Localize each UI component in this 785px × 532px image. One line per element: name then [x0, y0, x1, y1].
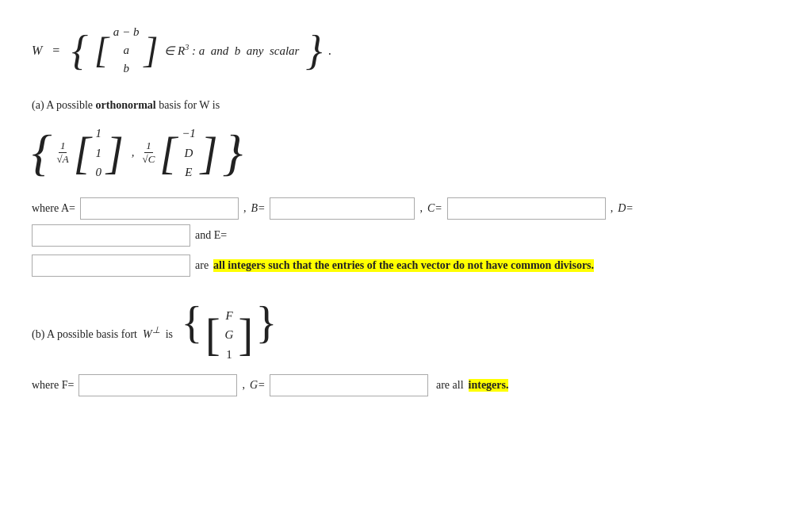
right-bracket: ] [144, 33, 158, 69]
input-f[interactable] [78, 374, 237, 396]
inputs-row-b: where F= , G= are all integers. [32, 374, 753, 396]
scalar2: 1 √C [143, 140, 155, 166]
second-vector-group: 1 √C [ −1 D E ] [143, 124, 218, 182]
comma1: , [243, 202, 247, 215]
equals-sign: = [52, 44, 60, 58]
input-g[interactable] [270, 374, 428, 396]
w-label: W [32, 44, 42, 58]
b-label: B= [251, 202, 265, 215]
scalar1: 1 √A [57, 140, 69, 166]
left-big-brace: { [71, 30, 88, 71]
vb-row2: G [225, 326, 234, 344]
inputs-row-a: where A= , B= , C= , D= and E= [32, 197, 753, 247]
condition-highlight: all integers such that the entries of th… [213, 259, 594, 272]
basis-right-brace: } [223, 128, 243, 178]
period: . [328, 44, 331, 58]
b-condition-prefix: are all [433, 379, 463, 392]
v2-entries: −1 D E [178, 124, 199, 182]
vb-entries: F G 1 [222, 307, 237, 364]
basis-a-display: { 1 √A [ 1 1 0 ] , 1 √C [32, 124, 753, 182]
input-c[interactable] [447, 197, 606, 220]
d-label: D= [618, 202, 634, 215]
comma-sep: , [132, 146, 135, 159]
v1-row1: 1 [95, 124, 101, 143]
v1-row3: 0 [95, 163, 101, 182]
left-bracket: [ [94, 33, 109, 69]
g-label: G= [250, 379, 266, 392]
condition-prefix: are [195, 259, 209, 272]
v1-row2: 1 [95, 144, 101, 163]
vector-b-matrix: [ F G 1 ] [205, 307, 253, 364]
v2-left-bracket: [ [159, 131, 177, 175]
vector2-matrix: [ −1 D E ] [159, 124, 217, 182]
scalar2-num: 1 [144, 140, 153, 153]
part-a-rest: basis for W is [159, 99, 220, 111]
part-a-section: (a) A possible orthonormal basis for W i… [32, 99, 753, 277]
vb-row1: F [225, 307, 232, 325]
v2-row1: −1 [182, 124, 196, 143]
vector1-matrix: [ 1 1 0 ] [74, 124, 124, 182]
set-condition: ∈ R3 : a and b any scalar [164, 43, 299, 58]
c-label: C= [427, 202, 442, 215]
input-a[interactable] [80, 197, 239, 220]
matrix-row-3: b [123, 60, 129, 77]
vb-left-bracket: [ [205, 312, 220, 357]
w-perp-label: W⊥ [140, 328, 160, 340]
where-a-label: where A= [32, 202, 75, 215]
part-a-prefix: (a) A possible [32, 99, 93, 111]
where-b-label: where F= [32, 379, 74, 392]
b-condition-highlight: integers. [469, 379, 509, 392]
part-a-label: (a) A possible orthonormal basis for W i… [32, 99, 753, 112]
vb-row3: 1 [226, 346, 232, 364]
matrix-row-1: a − b [113, 24, 140, 40]
v2-right-bracket: ] [201, 131, 218, 175]
v2-row3: E [185, 163, 192, 182]
scalar2-den: √C [143, 153, 155, 166]
comma-b1: , [242, 379, 245, 392]
w-matrix: [ a − b a b ] [94, 24, 158, 77]
e-label: and E= [195, 229, 227, 242]
vb-right-bracket: ] [238, 312, 253, 357]
comma3: , [611, 202, 614, 215]
w-definition: W = { [ a − b a b ] ∈ R3 : a and b any s… [32, 24, 753, 77]
orthonormal-word: orthonormal [96, 99, 156, 111]
matrix-row-2: a [123, 42, 129, 59]
b-left-brace: { [182, 298, 203, 347]
scalar1-var: A [63, 153, 69, 165]
scalar1-num: 1 [59, 140, 67, 153]
input-e[interactable] [32, 255, 190, 277]
part-b-label: (b) A possible basis fort W⊥ is { [ F G … [32, 300, 753, 364]
basis-left-brace: { [32, 128, 52, 178]
v1-left-bracket: [ [74, 131, 91, 175]
part-b-prefix: (b) A possible basis fort [32, 328, 137, 340]
input-d[interactable] [32, 224, 190, 247]
v2-row2: D [185, 144, 193, 163]
matrix-entries: a − b a b [110, 24, 143, 77]
v1-right-bracket: ] [106, 131, 124, 175]
v1-entries: 1 1 0 [92, 124, 105, 182]
right-big-brace: } [305, 30, 322, 71]
is-label: is [166, 328, 173, 340]
first-vector-group: 1 √A [ 1 1 0 ] [57, 124, 124, 182]
scalar2-var: C [148, 153, 155, 165]
input-b[interactable] [270, 197, 415, 220]
b-right-brace: } [256, 298, 278, 347]
element-of: ∈ R3 : a and b any scalar [164, 43, 299, 58]
inputs-row-e: are all integers such that the entries o… [32, 255, 753, 277]
scalar1-den: √A [57, 153, 69, 166]
part-b-section: (b) A possible basis fort W⊥ is { [ F G … [32, 300, 753, 397]
comma2: , [419, 202, 423, 215]
